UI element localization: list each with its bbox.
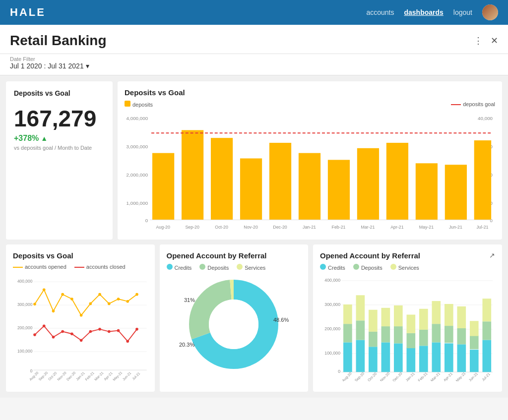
- svg-text:Jun-21: Jun-21: [122, 371, 131, 381]
- svg-rect-111: [394, 343, 403, 372]
- svg-text:0: 0: [338, 369, 340, 374]
- legend-deposits: deposits: [132, 102, 153, 108]
- donut-legend-services: Services: [245, 265, 265, 271]
- svg-rect-12: [211, 138, 233, 220]
- svg-point-58: [33, 333, 36, 336]
- svg-text:300,000: 300,000: [324, 302, 340, 307]
- svg-rect-21: [474, 140, 491, 220]
- date-filter-bar: Date Filter Jul 1 2020 : Jul 31 2021 ▾: [0, 54, 508, 75]
- donut-legend-credits: Credits: [175, 265, 192, 271]
- date-filter-value[interactable]: Jul 1 2020 : Jul 31 2021 ▾: [10, 62, 498, 70]
- svg-text:0: 0: [145, 218, 148, 223]
- date-filter-label: Date Filter: [10, 56, 498, 62]
- svg-rect-116: [407, 315, 416, 333]
- svg-text:Mar-21: Mar-21: [94, 371, 104, 381]
- close-icon[interactable]: ✕: [491, 35, 498, 46]
- svg-point-56: [126, 300, 129, 303]
- svg-rect-105: [369, 347, 378, 372]
- svg-text:Sep-20: Sep-20: [185, 225, 199, 230]
- svg-text:May-21: May-21: [419, 225, 434, 230]
- nav-dashboards[interactable]: dashboards: [404, 8, 443, 16]
- kpi-card: Deposits vs Goal 167,279 +378% ▲ vs depo…: [6, 81, 113, 240]
- svg-rect-103: [356, 320, 365, 340]
- nav: accounts dashboards logout: [366, 4, 498, 20]
- legend-goal: deposits goal: [463, 101, 495, 107]
- svg-text:Mar-21: Mar-21: [361, 225, 375, 230]
- svg-rect-13: [240, 158, 262, 220]
- svg-point-63: [80, 339, 83, 342]
- svg-rect-112: [394, 326, 403, 343]
- top-bar-chart-legend: deposits deposits goal: [125, 101, 495, 108]
- svg-text:300,000: 300,000: [17, 302, 33, 307]
- donut-chart-svg: [184, 275, 283, 374]
- svg-text:400,000: 400,000: [324, 278, 340, 283]
- svg-text:Jan-21: Jan-21: [404, 371, 415, 381]
- svg-text:Sep-20: Sep-20: [38, 371, 49, 382]
- svg-text:Feb-21: Feb-21: [84, 371, 95, 381]
- expand-icon[interactable]: ↗: [489, 251, 495, 259]
- svg-point-85: [209, 300, 258, 349]
- svg-text:Sep-20: Sep-20: [354, 371, 365, 381]
- svg-rect-114: [407, 348, 416, 372]
- svg-text:40,000: 40,000: [478, 116, 493, 121]
- svg-text:Jun-21: Jun-21: [468, 371, 479, 381]
- svg-text:0: 0: [30, 368, 33, 373]
- svg-rect-121: [432, 324, 441, 342]
- svg-rect-104: [356, 295, 365, 320]
- header: HALE accounts dashboards logout: [0, 0, 508, 25]
- svg-text:Jan-21: Jan-21: [303, 225, 316, 230]
- svg-rect-19: [416, 163, 438, 220]
- stacked-bar-chart-svg: 400,000 300,000 200,000 100,000 0: [320, 275, 495, 381]
- more-options-icon[interactable]: ⋮: [474, 35, 483, 46]
- svg-text:Oct-20: Oct-20: [48, 371, 58, 381]
- svg-text:Aug-20: Aug-20: [156, 225, 170, 230]
- svg-rect-129: [470, 350, 479, 372]
- stacked-chart-title: Opened Account by Referral: [320, 251, 420, 260]
- svg-text:100,000: 100,000: [17, 349, 33, 354]
- svg-text:100,000: 100,000: [324, 351, 340, 356]
- top-row: Deposits vs Goal 167,279 +378% ▲ vs depo…: [6, 81, 502, 240]
- svg-rect-100: [343, 324, 352, 342]
- svg-point-54: [108, 302, 111, 305]
- svg-text:Oct-20: Oct-20: [367, 371, 378, 381]
- svg-rect-10: [152, 153, 174, 220]
- svg-rect-107: [369, 310, 378, 332]
- svg-rect-119: [419, 309, 428, 330]
- svg-rect-120: [432, 342, 441, 372]
- avatar[interactable]: [482, 4, 498, 20]
- page-title-bar: Retail Banking ⋮ ✕: [0, 25, 508, 54]
- nav-logout[interactable]: logout: [453, 8, 472, 16]
- kpi-value: 167,279: [14, 107, 105, 130]
- top-bar-chart-card: Deposits vs Goal deposits deposits goal …: [118, 81, 502, 240]
- svg-text:Apr-21: Apr-21: [103, 371, 114, 382]
- svg-point-55: [117, 298, 120, 300]
- svg-rect-106: [369, 332, 378, 347]
- svg-point-62: [70, 332, 73, 335]
- line-chart-title: Deposits vs Goal: [13, 251, 148, 260]
- svg-text:4,000,000: 4,000,000: [127, 116, 148, 121]
- svg-rect-15: [299, 153, 320, 220]
- kpi-subtitle: vs deposits goal / Month to Date: [14, 145, 105, 151]
- svg-point-51: [80, 314, 83, 317]
- svg-text:Feb-21: Feb-21: [417, 371, 429, 381]
- svg-rect-118: [419, 330, 428, 346]
- nav-accounts[interactable]: accounts: [366, 8, 394, 16]
- stacked-chart-header: Opened Account by Referral Credits Depos…: [320, 251, 495, 275]
- svg-text:Nov-20: Nov-20: [57, 371, 67, 381]
- svg-text:Apr-21: Apr-21: [390, 225, 404, 230]
- svg-point-47: [43, 288, 46, 291]
- svg-rect-102: [356, 340, 365, 372]
- svg-point-60: [52, 336, 55, 339]
- svg-point-64: [89, 330, 92, 333]
- line-chart-legend: accounts opened accounts closed: [13, 264, 148, 270]
- logo: HALE: [10, 6, 46, 19]
- svg-text:Jun-21: Jun-21: [449, 225, 462, 230]
- donut-chart-card: Opened Account by Referral Credits Depos…: [160, 244, 309, 392]
- page-title: Retail Banking: [10, 33, 106, 49]
- svg-point-52: [89, 302, 92, 305]
- donut-chart-legend: Credits Deposits Services: [167, 264, 302, 271]
- svg-text:Jul-21: Jul-21: [476, 225, 488, 230]
- svg-point-49: [61, 293, 64, 296]
- top-bar-chart-title: Deposits vs Goal: [125, 88, 495, 97]
- svg-point-66: [108, 330, 111, 333]
